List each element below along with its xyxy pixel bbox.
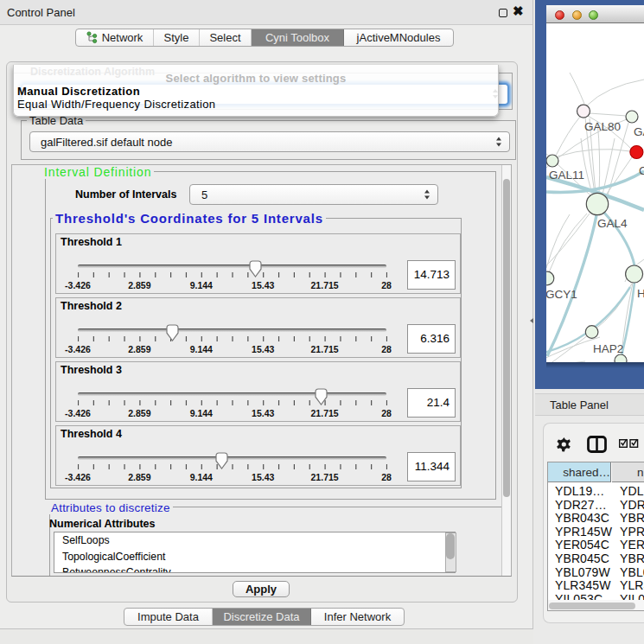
svg-text:GAL80: GAL80 [584,120,621,133]
svg-text:HAP2: HAP2 [593,342,623,355]
svg-text:GAL11: GAL11 [549,169,584,182]
svg-text:GCY1: GCY1 [546,288,577,301]
svg-text:C: C [639,164,644,177]
svg-text:GAL4: GAL4 [597,217,628,230]
svg-text:HA: HA [637,287,644,300]
svg-text:GA: GA [634,125,644,138]
